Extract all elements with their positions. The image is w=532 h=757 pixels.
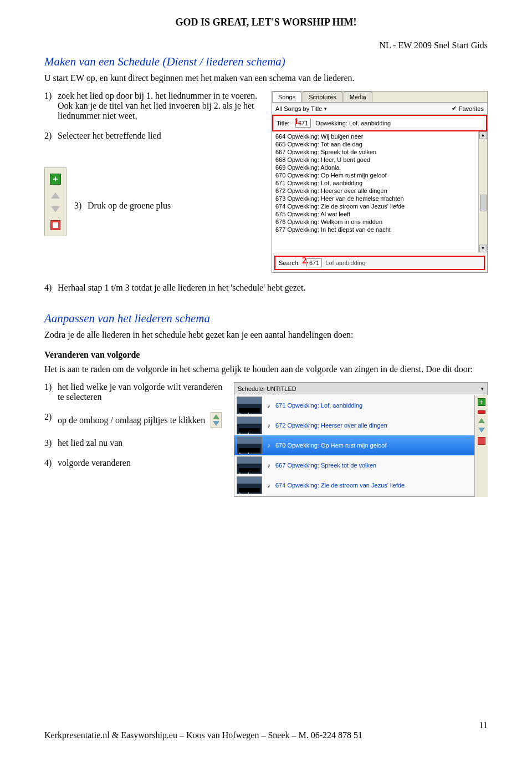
section2-subhead: Veranderen van volgorde bbox=[44, 350, 488, 360]
song-item[interactable]: 667 Opwekking: Spreek tot de volken bbox=[272, 148, 487, 156]
songs-panel: Songs Scriptures Media All Songs by Titl… bbox=[272, 91, 488, 273]
schedule-title: Schedule: UNTITLED bbox=[238, 385, 296, 392]
song-list[interactable]: 664 Opwekking: Wij buigen neer 665 Opwek… bbox=[272, 131, 487, 252]
schedule-header[interactable]: Schedule: UNTITLED ▾ bbox=[234, 383, 487, 394]
search-label: Search: bbox=[279, 260, 303, 266]
schedule-side-toolbar: + bbox=[474, 395, 488, 497]
s2step2-num: 2) bbox=[44, 412, 52, 422]
song-item[interactable]: 672 Opwekking: Heerser over alle dingen bbox=[272, 187, 487, 195]
schedule-row[interactable]: [auto]♪670 Opwekking: Op Hem rust mijn g… bbox=[234, 435, 487, 455]
favorites-label: Favorites bbox=[459, 105, 484, 112]
tab-scriptures[interactable]: Scriptures bbox=[303, 92, 342, 102]
slide-thumbnail: [auto] bbox=[237, 436, 262, 454]
scroll-up-icon[interactable]: ▲ bbox=[479, 131, 487, 139]
arrow-up-icon bbox=[213, 414, 219, 419]
sched-remove-button[interactable] bbox=[478, 410, 485, 414]
move-down-disabled-icon bbox=[51, 206, 60, 212]
schedule-item-title: 674 Opwekking: Zie de stroom van Jezus' … bbox=[275, 482, 405, 489]
chevron-down-icon: ▾ bbox=[324, 106, 327, 111]
s2step3-text: het lied zal nu van bbox=[58, 438, 122, 448]
song-item[interactable]: 665 Opwekking: Tot aan die dag bbox=[272, 140, 487, 148]
schedule-item-title: 672 Opwekking: Heerser over alle dingen bbox=[275, 422, 387, 429]
doc-main-title: GOD IS GREAT, LET'S WORSHIP HIM! bbox=[44, 17, 488, 28]
chevron-down-icon[interactable]: ▾ bbox=[481, 386, 484, 392]
song-item[interactable]: 673 Opwekking: Heer van de hemelse macht… bbox=[272, 195, 487, 202]
slide-thumbnail: [auto] bbox=[237, 397, 262, 414]
schedule-item-title: 670 Opwekking: Op Hem rust mijn geloof bbox=[275, 442, 387, 449]
s2step2-text: op de omhoog / omlaag pijltjes te klikke… bbox=[58, 415, 205, 425]
song-item[interactable]: 671 Opwekking: Lof, aanbidding bbox=[272, 179, 487, 187]
section2-steps: 1) het lied welke je van volgorde wilt v… bbox=[44, 382, 227, 478]
s2step4-text: volgorde veranderen bbox=[58, 458, 131, 468]
footer-text: Kerkpresentatie.nl & Easyworship.eu – Ko… bbox=[44, 730, 362, 740]
step4-num: 4) bbox=[44, 283, 52, 293]
star-icon: ✔ bbox=[452, 105, 457, 112]
side-toolbar: + bbox=[44, 167, 66, 236]
allsongs-dropdown[interactable]: All Songs by Title ▾ bbox=[275, 105, 327, 112]
music-note-icon: ♪ bbox=[265, 462, 272, 469]
title-text: Opwekking: Lof, aanbidding bbox=[314, 119, 483, 127]
song-item[interactable]: 670 Opwekking: Op Hem rust mijn geloof bbox=[272, 171, 487, 179]
move-up-disabled-icon bbox=[51, 192, 60, 199]
section1-columns: 1) zoek het lied op door bij 1. het lied… bbox=[44, 91, 488, 273]
title-row: Title: 671 Opwekking: Lof, aanbidding bbox=[272, 115, 487, 131]
doc-subtitle-right: NL - EW 2009 Snel Start Gids bbox=[44, 40, 488, 50]
schedule-row[interactable]: [auto]♪671 Opwekking: Lof, aanbidding bbox=[234, 395, 487, 415]
s2step1-text: het lied welke je van volgorde wilt vera… bbox=[58, 382, 222, 402]
search-row: 2. Search: 671 Lof aanbidding bbox=[274, 256, 485, 270]
music-note-icon: ♪ bbox=[265, 442, 272, 449]
section2-para: Het is aan te raden om de volgorde in he… bbox=[44, 364, 488, 374]
scroll-down-icon[interactable]: ▼ bbox=[479, 245, 487, 252]
tab-media[interactable]: Media bbox=[344, 92, 372, 102]
powerpoint-icon[interactable] bbox=[50, 220, 60, 230]
search-number-input[interactable]: 671 bbox=[306, 258, 322, 267]
sched-powerpoint-icon[interactable] bbox=[478, 437, 485, 445]
schedule-item-title: 667 Opwekking: Spreek tot de volken bbox=[275, 462, 376, 469]
section1-left: 1) zoek het lied op door bij 1. het lied… bbox=[44, 91, 260, 236]
sched-add-button[interactable]: + bbox=[478, 398, 485, 406]
filter-bar: All Songs by Title ▾ ✔ Favorites bbox=[272, 103, 487, 115]
slide-thumbnail: [auto] bbox=[237, 476, 262, 494]
schedule-wrap: 1) het lied welke je van volgorde wilt v… bbox=[44, 382, 488, 497]
songs-tabs: Songs Scriptures Media bbox=[272, 92, 487, 103]
song-item[interactable]: 675 Opwekking: Al wat leeft bbox=[272, 210, 487, 218]
step3-num: 3) bbox=[74, 201, 81, 211]
red-marker-1: 1. bbox=[294, 116, 301, 126]
music-note-icon: ♪ bbox=[265, 402, 272, 409]
sched-move-down-button[interactable] bbox=[478, 428, 485, 433]
page-number: 11 bbox=[479, 720, 488, 730]
schedule-row[interactable]: [auto]♪674 Opwekking: Zie de stroom van … bbox=[234, 475, 487, 495]
schedule-row[interactable]: [auto]♪672 Opwekking: Heerser over alle … bbox=[234, 415, 487, 435]
slide-thumbnail: [auto] bbox=[237, 416, 262, 434]
add-button[interactable]: + bbox=[50, 174, 61, 185]
song-item[interactable]: 674 Opwekking: Zie de stroom van Jezus' … bbox=[272, 202, 487, 210]
schedule-row[interactable]: [auto]♪667 Opwekking: Spreek tot de volk… bbox=[234, 455, 487, 475]
sched-move-up-button[interactable] bbox=[478, 418, 485, 423]
section2-intro: Zodra je de alle liederen in het schedul… bbox=[44, 330, 488, 340]
step4-text: Herhaal stap 1 t/m 3 totdat je alle lied… bbox=[58, 283, 305, 292]
favorites-toggle[interactable]: ✔ Favorites bbox=[452, 105, 484, 112]
schedule-panel: Schedule: UNTITLED ▾ [auto]♪671 Opwekkin… bbox=[234, 382, 488, 497]
search-text: Lof aanbidding bbox=[325, 260, 365, 266]
step3-text: Druk op de groene plus bbox=[88, 201, 171, 210]
schedule-rows: [auto]♪671 Opwekking: Lof, aanbidding[au… bbox=[234, 394, 487, 496]
s2step4-num: 4) bbox=[44, 458, 52, 468]
song-item[interactable]: 668 Opwekking: Heer, U bent goed bbox=[272, 156, 487, 164]
song-item[interactable]: 676 Opwekking: Welkom in ons midden bbox=[272, 218, 487, 226]
songs-panel-wrap: Songs Scriptures Media All Songs by Titl… bbox=[272, 91, 488, 273]
s2step1-num: 1) bbox=[44, 382, 52, 392]
song-item[interactable]: 677 Opwekking: In het diepst van de nach… bbox=[272, 226, 487, 233]
scroll-thumb[interactable] bbox=[480, 195, 487, 211]
allsongs-label: All Songs by Title bbox=[275, 105, 322, 112]
tab-songs[interactable]: Songs bbox=[272, 92, 301, 102]
music-note-icon: ♪ bbox=[265, 482, 272, 489]
music-note-icon: ♪ bbox=[265, 422, 272, 429]
updown-arrows-graphic bbox=[211, 412, 222, 428]
schedule-item-title: 671 Opwekking: Lof, aanbidding bbox=[275, 402, 362, 409]
red-marker-2: 2. bbox=[302, 256, 309, 266]
section2-title: Aanpassen van het liederen schema bbox=[44, 312, 488, 326]
footer: 11 Kerkpresentatie.nl & Easyworship.eu –… bbox=[44, 730, 488, 740]
scrollbar[interactable]: ▲ ▼ bbox=[478, 131, 487, 252]
song-item[interactable]: 664 Opwekking: Wij buigen neer bbox=[272, 133, 487, 140]
song-item[interactable]: 669 Opwekking: Adonia bbox=[272, 164, 487, 171]
